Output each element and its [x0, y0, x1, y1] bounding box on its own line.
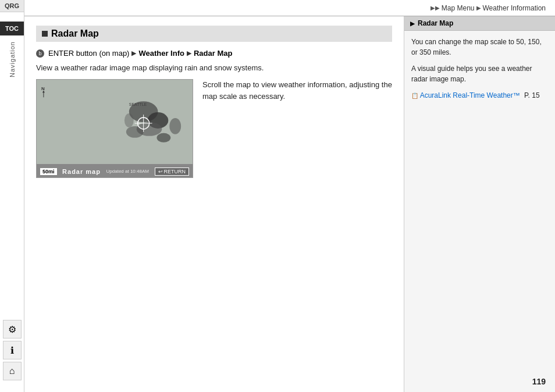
radar-bottom-bar: 50mi Radar map Updated at 10:48AM ↩ RETU…	[37, 164, 193, 178]
sidebar-toc-label[interactable]: TOC	[0, 22, 24, 35]
svg-point-8	[124, 113, 134, 127]
breadcrumb-part2: Weather Information	[483, 4, 546, 12]
section-title: Radar Map	[51, 28, 99, 39]
sidebar: QRG TOC Navigation ⚙ ℹ ⌂	[0, 0, 24, 392]
home-icon[interactable]: ⌂	[3, 362, 22, 380]
right-panel-marker: ▶	[410, 20, 415, 27]
right-panel-text2: A visual guide helps you see a weather r…	[411, 63, 548, 84]
main-content: Radar Map b ENTER button (on map) ▶ Weat…	[24, 16, 404, 392]
breadcrumb-arrow-step2: ▶	[187, 49, 191, 57]
breadcrumb-step1: ENTER button (on map)	[48, 49, 129, 58]
description-text: View a weather radar image map displayin…	[36, 63, 392, 72]
right-panel-link[interactable]: AcuraLink Real-Time Weather™	[420, 91, 520, 99]
radar-label: Radar map	[62, 168, 101, 175]
settings-icon-symbol: ⚙	[8, 324, 16, 335]
svg-point-6	[156, 133, 170, 142]
info-icon-symbol: ℹ	[10, 345, 14, 356]
page-number: 119	[532, 377, 546, 386]
section-square-icon	[42, 31, 48, 37]
two-col-layout: Rain Freezing Rain Snow S	[36, 79, 392, 178]
right-panel-link-page: P. 15	[524, 91, 539, 99]
svg-point-7	[169, 118, 181, 134]
home-icon-symbol: ⌂	[9, 366, 15, 376]
breadcrumb-separator: ▶	[476, 5, 481, 11]
sidebar-bottom-icons: ⚙ ℹ ⌂	[3, 320, 22, 380]
top-breadcrumb: ▶▶ Map Menu ▶ Weather Information	[24, 0, 555, 16]
right-panel-link-line: 📋 AcuraLink Real-Time Weather™ P. 15	[411, 90, 548, 101]
right-panel-text1: You can change the map scale to 50, 150,…	[411, 37, 548, 58]
scroll-description: Scroll the map to view weather informati…	[202, 79, 392, 102]
svg-rect-0	[37, 80, 193, 164]
radar-blobs-svg: SEATTLE N	[37, 80, 193, 164]
breadcrumb-step2: Weather Info	[138, 49, 184, 58]
right-panel: ▶ Radar Map You can change the map scale…	[404, 16, 555, 392]
breadcrumb-arrow-step1: ▶	[131, 49, 136, 57]
settings-icon[interactable]: ⚙	[3, 320, 22, 338]
right-panel-link-icon: 📋	[411, 92, 418, 99]
return-label: RETURN	[164, 169, 186, 174]
return-arrow-icon: ↩	[158, 169, 163, 174]
content-breadcrumb: b ENTER button (on map) ▶ Weather Info ▶…	[36, 49, 392, 58]
breadcrumb-step3: Radar Map	[194, 49, 232, 58]
right-panel-content: You can change the map scale to 50, 150,…	[404, 31, 555, 112]
sidebar-nav-label: Navigation	[9, 41, 16, 77]
breadcrumb-part1: Map Menu	[442, 4, 475, 12]
svg-point-5	[126, 126, 144, 138]
info-icon[interactable]: ℹ	[3, 341, 22, 359]
right-panel-title: Radar Map	[418, 19, 453, 27]
right-panel-header: ▶ Radar Map	[404, 16, 555, 31]
sidebar-qrg-label[interactable]: QRG	[0, 0, 24, 12]
radar-scale: 50mi	[40, 168, 57, 175]
section-header: Radar Map	[36, 26, 392, 42]
radar-map-image: Rain Freezing Rain Snow S	[36, 79, 193, 178]
breadcrumb-arrow1: ▶▶	[431, 5, 440, 11]
svg-text:N: N	[41, 86, 45, 91]
radar-map-bg: Rain Freezing Rain Snow S	[37, 80, 193, 164]
enter-button-icon: b	[36, 49, 44, 58]
radar-updated: Updated at 10:48AM	[106, 169, 149, 174]
radar-return-button[interactable]: ↩ RETURN	[155, 168, 190, 176]
scroll-text-content: Scroll the map to view weather informati…	[202, 80, 392, 101]
